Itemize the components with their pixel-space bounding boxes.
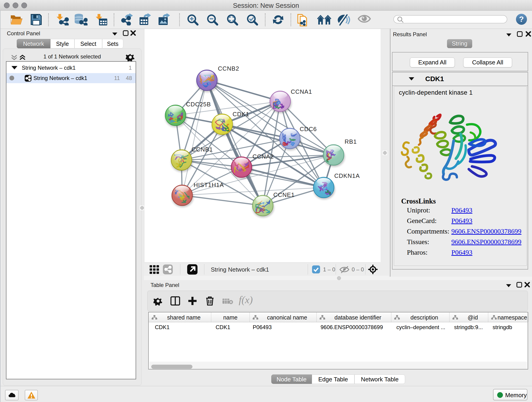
svg-text:HIST1H1A: HIST1H1A — [194, 182, 224, 188]
svg-text:CDC6: CDC6 — [300, 126, 317, 133]
svg-text:CDKN1A: CDKN1A — [334, 172, 360, 179]
svg-text:CCNB2: CCNB2 — [218, 65, 239, 72]
svg-text:CCNB1: CCNB1 — [191, 146, 213, 153]
svg-text:RB1: RB1 — [345, 138, 357, 145]
svg-text:CCNA1: CCNA1 — [291, 88, 312, 95]
svg-text:CDC25B: CDC25B — [186, 101, 211, 108]
svg-text:CDK1: CDK1 — [233, 111, 249, 118]
svg-text:CCNE1: CCNE1 — [273, 191, 295, 198]
svg-text:CCNA2: CCNA2 — [253, 153, 274, 160]
